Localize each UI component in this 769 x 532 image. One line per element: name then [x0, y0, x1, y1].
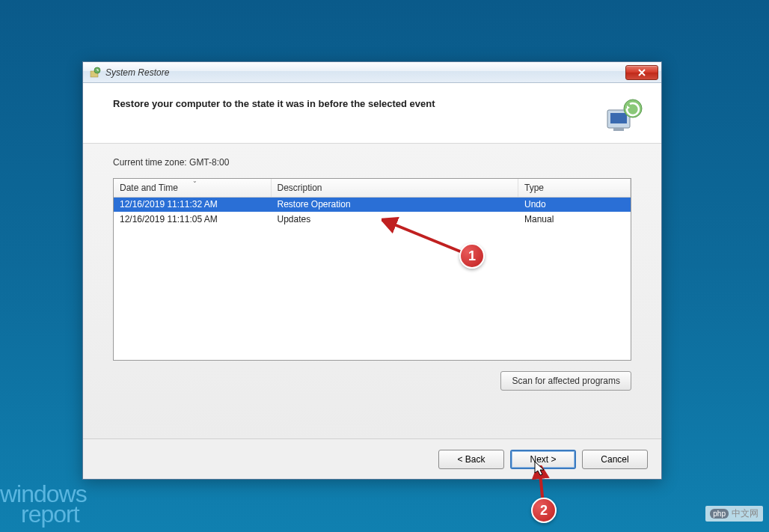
php-badge: php: [710, 509, 729, 519]
titlebar[interactable]: System Restore: [83, 62, 661, 83]
next-button[interactable]: Next >: [510, 450, 576, 469]
column-description[interactable]: Description: [271, 179, 518, 197]
annotation-marker-1: 1: [459, 243, 485, 269]
column-date-label: Date and Time: [120, 183, 178, 193]
watermark-right: php 中文网: [705, 506, 763, 522]
system-restore-dialog: System Restore Restore your computer to …: [82, 61, 662, 480]
column-type[interactable]: Type: [518, 179, 631, 197]
cell-type: Undo: [518, 197, 631, 212]
header-area: Restore your computer to the state it wa…: [83, 83, 661, 144]
cell-date: 12/16/2019 11:11:32 AM: [114, 197, 271, 212]
svg-rect-4: [613, 128, 624, 131]
scan-affected-button[interactable]: Scan for affected programs: [500, 371, 631, 391]
window-title: System Restore: [105, 67, 625, 78]
watermark-line2: report: [0, 504, 87, 525]
table-header-row: Date and Time ⌄ Description Type: [114, 179, 631, 197]
sort-indicator-icon: ⌄: [192, 178, 197, 184]
timezone-label: Current time zone: GMT-8:00: [113, 157, 631, 168]
cell-type: Manual: [518, 212, 631, 227]
table-row[interactable]: 12/16/2019 11:11:32 AM Restore Operation…: [114, 197, 631, 212]
watermark-right-text: 中文网: [732, 507, 759, 520]
column-date[interactable]: Date and Time ⌄: [114, 179, 271, 197]
footer: < Back Next > Cancel: [83, 438, 661, 479]
watermark-left: windows report: [0, 484, 87, 525]
cell-date: 12/16/2019 11:11:05 AM: [114, 212, 271, 227]
system-restore-icon: [89, 67, 101, 79]
back-button[interactable]: < Back: [438, 450, 504, 469]
table-row[interactable]: 12/16/2019 11:11:05 AM Updates Manual: [114, 212, 631, 227]
cell-description: Restore Operation: [271, 197, 518, 212]
close-icon: [637, 69, 646, 76]
svg-rect-3: [610, 113, 627, 123]
close-button[interactable]: [625, 65, 658, 80]
restore-points-table[interactable]: Date and Time ⌄ Description Type 12/16/2…: [113, 178, 631, 361]
scan-row: Scan for affected programs: [113, 371, 631, 391]
cell-description: Updates: [271, 212, 518, 227]
cancel-button[interactable]: Cancel: [582, 450, 648, 469]
content-area: Current time zone: GMT-8:00 Date and Tim…: [83, 144, 661, 438]
annotation-marker-2: 2: [531, 498, 557, 523]
header-heading: Restore your computer to the state it wa…: [113, 97, 595, 109]
restore-hero-icon: [604, 97, 643, 135]
